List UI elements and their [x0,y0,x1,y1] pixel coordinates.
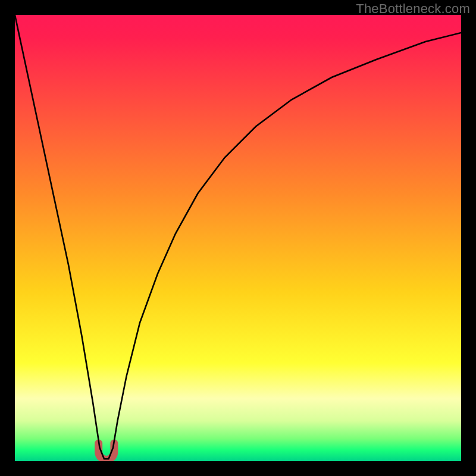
plot-background [15,15,461,461]
bottleneck-chart [15,15,461,461]
chart-frame: TheBottleneck.com [0,0,476,476]
watermark-label: TheBottleneck.com [356,1,470,17]
